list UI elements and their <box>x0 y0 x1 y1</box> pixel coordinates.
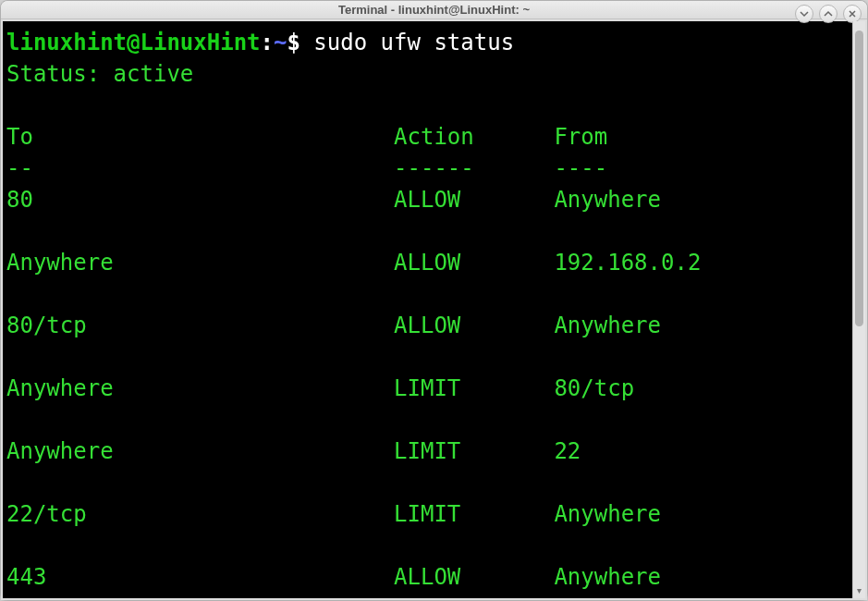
scroll-thumb[interactable] <box>855 31 863 326</box>
firewall-rule-row: 80 ALLOW Anywhere <box>6 187 661 213</box>
prompt-path: ~ <box>274 30 287 55</box>
minimize-button[interactable] <box>795 5 813 23</box>
table-header-underline: -- ------ ---- <box>6 155 607 181</box>
chevron-up-icon <box>824 9 833 18</box>
firewall-rule-row: Anywhere ALLOW 192.168.0.2 <box>6 250 701 276</box>
scroll-down-arrow-icon[interactable]: ▾ <box>853 583 865 596</box>
close-icon <box>848 9 857 18</box>
firewall-rule-row: Anywhere LIMIT 22 <box>6 438 581 464</box>
scrollbar[interactable]: ▾ <box>852 21 865 598</box>
prompt-colon: : <box>261 30 274 55</box>
chevron-down-icon <box>800 9 809 18</box>
window-controls <box>795 5 862 23</box>
maximize-button[interactable] <box>819 5 837 23</box>
terminal-window: Terminal - linuxhint@LinuxHint: ~ linuxh… <box>0 0 868 601</box>
prompt-dollar: $ <box>287 30 300 55</box>
firewall-rule-row: Anywhere LIMIT 80/tcp <box>6 375 634 401</box>
firewall-rule-row: 80/tcp ALLOW Anywhere <box>6 313 661 338</box>
command-text: sudo ufw status <box>313 30 514 55</box>
firewall-rule-row: 443 ALLOW Anywhere <box>6 564 661 590</box>
terminal-output[interactable]: linuxhint@LinuxHint:~$ sudo ufw status S… <box>3 21 852 598</box>
close-button[interactable] <box>843 5 862 23</box>
titlebar[interactable]: Terminal - linuxhint@LinuxHint: ~ <box>1 1 867 19</box>
firewall-rule-row: 22/tcp LIMIT Anywhere <box>6 501 661 527</box>
table-header: To Action From <box>6 124 607 150</box>
window-title: Terminal - linuxhint@LinuxHint: ~ <box>338 3 530 17</box>
terminal-body-wrap: linuxhint@LinuxHint:~$ sudo ufw status S… <box>1 19 867 600</box>
status-line: Status: active <box>6 61 193 87</box>
prompt-user-host: linuxhint@LinuxHint <box>6 30 261 55</box>
